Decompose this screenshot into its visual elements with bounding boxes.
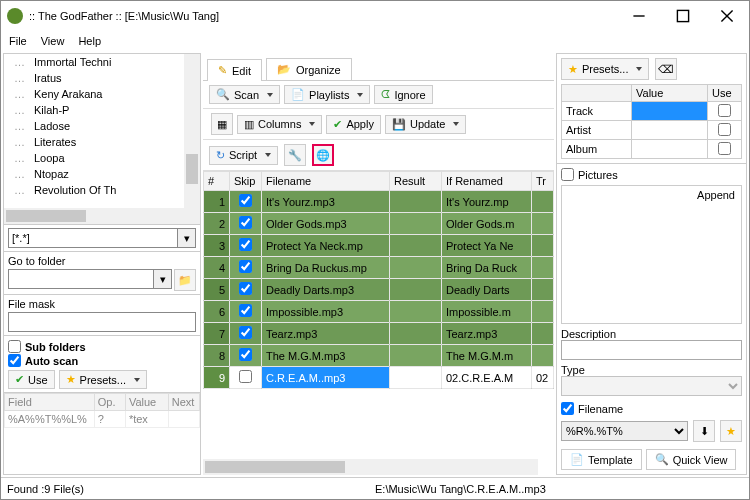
playlists-button[interactable]: 📄Playlists <box>284 85 370 104</box>
tree-node[interactable]: Ntopaz <box>34 166 184 182</box>
ignore-button[interactable]: ᗧIgnore <box>374 85 432 104</box>
picture-canvas[interactable]: Append <box>561 185 742 324</box>
filemask-input[interactable] <box>8 312 196 332</box>
status-bar: Found :9 File(s) E:\Music\Wu Tang\C.R.E.… <box>1 477 749 499</box>
apply-button[interactable]: ✔Apply <box>326 115 381 134</box>
goto-folder-dropdown[interactable]: ▾ <box>154 269 172 289</box>
folder-tree[interactable]: Immortal TechniIratusKeny ArakanaKilah-P… <box>4 54 200 224</box>
skip-checkbox[interactable] <box>239 260 252 273</box>
tab-organize[interactable]: 📂Organize <box>266 58 352 80</box>
online-lookup-button[interactable]: 🌐 <box>312 144 334 166</box>
filter-expression-table[interactable]: Field Op. Value Next %A%%T%%L% ? *tex <box>4 392 200 474</box>
tree-hscrollbar[interactable] <box>4 208 184 224</box>
tree-node[interactable]: Immortal Techni <box>34 54 184 70</box>
filename-pattern-select[interactable]: %R%.%T% <box>561 421 688 441</box>
table-row[interactable]: 6Impossible.mp3Impossible.m <box>204 301 554 323</box>
skip-checkbox[interactable] <box>239 348 252 361</box>
use-button[interactable]: ✔Use <box>8 370 55 389</box>
presets-button-right[interactable]: ★Presets... <box>561 58 649 80</box>
tools-button[interactable]: 🔧 <box>284 144 306 166</box>
menu-view[interactable]: View <box>41 35 65 47</box>
filemask-label: File mask <box>8 298 196 310</box>
skip-checkbox[interactable] <box>239 194 252 207</box>
table-row[interactable]: 4Bring Da Ruckus.mpBring Da Ruck <box>204 257 554 279</box>
use-checkbox[interactable] <box>718 104 731 117</box>
pictures-checkbox[interactable] <box>561 168 574 181</box>
tree-node[interactable]: Iratus <box>34 70 184 86</box>
table-row[interactable]: 5Deadly Darts.mp3Deadly Darts <box>204 279 554 301</box>
tab-template[interactable]: 📄Template <box>561 449 642 470</box>
type-select[interactable] <box>561 376 742 396</box>
skip-checkbox[interactable] <box>239 326 252 339</box>
table-row[interactable]: 2Older Gods.mp3Older Gods.m <box>204 213 554 235</box>
tab-edit[interactable]: ✎Edit <box>207 59 262 81</box>
maximize-button[interactable] <box>661 1 705 31</box>
grid-hscrollbar[interactable] <box>203 459 538 475</box>
clear-button[interactable]: ⌫ <box>655 58 677 80</box>
skip-checkbox[interactable] <box>239 370 252 383</box>
table-row[interactable]: 7Tearz.mp3Tearz.mp3 <box>204 323 554 345</box>
tree-node[interactable]: Kilah-P <box>34 102 184 118</box>
use-checkbox[interactable] <box>718 123 731 136</box>
table-row[interactable]: 9C.R.E.A.M..mp302.C.R.E.A.M02 <box>204 367 554 389</box>
menu-bar: File View Help <box>1 31 749 51</box>
table-row[interactable]: 8The M.G.M.mp3The M.G.M.m <box>204 345 554 367</box>
skip-checkbox[interactable] <box>239 282 252 295</box>
columns-button[interactable]: ▥Columns <box>237 115 322 134</box>
col-filename[interactable]: Filename <box>262 172 390 191</box>
close-button[interactable] <box>705 1 749 31</box>
tree-node[interactable]: Keny Arakana <box>34 86 184 102</box>
append-label: Append <box>697 189 735 201</box>
minimize-button[interactable] <box>617 1 661 31</box>
view-mode-button[interactable]: ▦ <box>211 113 233 135</box>
col-ifrenamed[interactable]: If Renamed <box>442 172 532 191</box>
col-num[interactable]: # <box>204 172 230 191</box>
tag-fields-table[interactable]: Value Use TrackArtistAlbum <box>561 84 742 159</box>
apply-pattern-button[interactable]: ⬇ <box>693 420 715 442</box>
presets-button-left[interactable]: ★Presets... <box>59 370 147 389</box>
main-panel: ✎Edit 📂Organize 🔍Scan 📄Playlists ᗧIgnore… <box>203 53 554 475</box>
table-row[interactable]: 1It's Yourz.mp3It's Yourz.mp <box>204 191 554 213</box>
update-button[interactable]: 💾Update <box>385 115 466 134</box>
menu-file[interactable]: File <box>9 35 27 47</box>
description-label: Description <box>561 328 616 340</box>
col-tr[interactable]: Tr <box>532 172 554 191</box>
tree-node[interactable]: Loopa <box>34 150 184 166</box>
use-checkbox[interactable] <box>718 142 731 155</box>
col-result[interactable]: Result <box>390 172 442 191</box>
tree-node[interactable]: Literates <box>34 134 184 150</box>
type-label: Type <box>561 364 585 376</box>
tag-field-row[interactable]: Album <box>562 140 742 159</box>
skip-checkbox[interactable] <box>239 238 252 251</box>
description-input[interactable] <box>561 340 742 360</box>
browse-folder-button[interactable]: 📁 <box>174 269 196 291</box>
edit-toolbar: 🔍Scan 📄Playlists ᗧIgnore <box>203 81 554 109</box>
status-right: E:\Music\Wu Tang\C.R.E.A.M..mp3 <box>375 483 546 495</box>
skip-checkbox[interactable] <box>239 216 252 229</box>
window-title: :: The GodFather :: [E:\Music\Wu Tang] <box>29 10 617 22</box>
autoscan-checkbox[interactable] <box>8 354 21 367</box>
favorite-pattern-button[interactable]: ★ <box>720 420 742 442</box>
scan-button[interactable]: 🔍Scan <box>209 85 280 104</box>
pictures-label: Pictures <box>578 169 618 181</box>
goto-folder-input[interactable] <box>8 269 154 289</box>
filter-combo[interactable] <box>8 228 178 248</box>
skip-checkbox[interactable] <box>239 304 252 317</box>
table-row[interactable]: 3Protect Ya Neck.mpProtect Ya Ne <box>204 235 554 257</box>
tree-node[interactable]: Ladose <box>34 118 184 134</box>
left-panel: Immortal TechniIratusKeny ArakanaKilah-P… <box>3 53 201 475</box>
script-button[interactable]: ↻Script <box>209 146 278 165</box>
col-skip[interactable]: Skip <box>230 172 262 191</box>
tab-quickview[interactable]: 🔍Quick View <box>646 449 737 470</box>
tag-field-row[interactable]: Artist <box>562 121 742 140</box>
tree-node[interactable]: Revolution Of Th <box>34 182 184 198</box>
tag-field-row[interactable]: Track <box>562 102 742 121</box>
subfolders-checkbox[interactable] <box>8 340 21 353</box>
menu-help[interactable]: Help <box>78 35 101 47</box>
tree-vscrollbar[interactable] <box>184 54 200 208</box>
filter-dropdown-button[interactable]: ▾ <box>178 228 196 248</box>
edit-toolbar-3: ↻Script 🔧 🌐 <box>203 140 554 171</box>
right-panel: ★Presets... ⌫ Value Use TrackArtistAlbum… <box>556 53 747 475</box>
file-grid[interactable]: # Skip Filename Result If Renamed Tr 1It… <box>203 171 554 475</box>
filename-checkbox[interactable] <box>561 402 574 415</box>
